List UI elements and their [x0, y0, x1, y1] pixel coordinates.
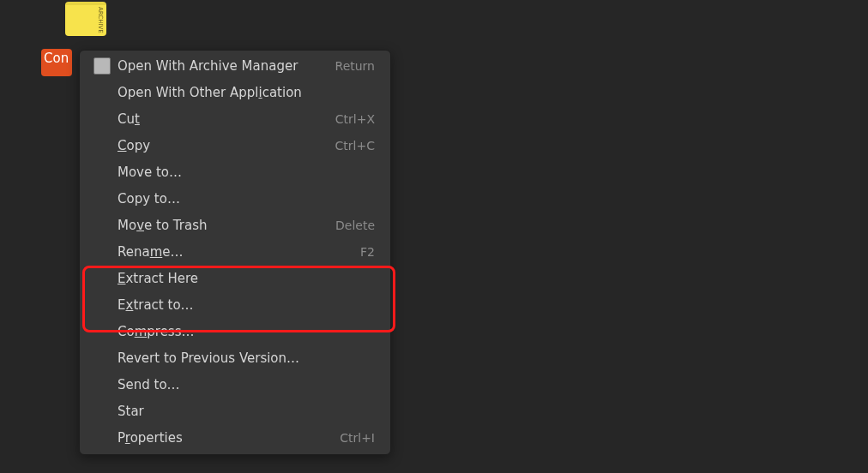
menu-move-to-trash[interactable]: Move to Trash Delete [80, 212, 390, 238]
menu-accel: Ctrl+I [340, 431, 375, 445]
menu-label: Copy to… [118, 191, 375, 207]
menu-send-to[interactable]: Send to… [80, 371, 390, 398]
archive-icon [93, 57, 111, 75]
menu-properties[interactable]: Properties Ctrl+I [80, 424, 390, 451]
menu-label: Rename… [118, 244, 360, 260]
menu-extract-to[interactable]: Extract to… [80, 291, 390, 318]
menu-label: Extract Here [118, 271, 375, 286]
menu-copy[interactable]: Copy Ctrl+C [80, 132, 390, 159]
menu-rename[interactable]: Rename… F2 [80, 238, 390, 265]
menu-label: Star [118, 404, 375, 419]
menu-label: Move to… [118, 165, 375, 180]
menu-label: Compress… [118, 324, 375, 339]
menu-accel: Ctrl+X [335, 112, 375, 126]
menu-label: Open With Other Application [118, 85, 375, 100]
app-tile-icon[interactable]: Con [41, 49, 72, 76]
menu-label: Open With Archive Manager [118, 58, 335, 74]
menu-open-with-archive-manager[interactable]: Open With Archive Manager Return [80, 52, 390, 79]
app-tile-label: Con [44, 51, 69, 66]
menu-accel: Return [335, 59, 375, 73]
menu-label: Extract to… [118, 297, 375, 313]
menu-label: Revert to Previous Version… [118, 350, 375, 366]
menu-open-with-other-application[interactable]: Open With Other Application [80, 79, 390, 105]
menu-accel: F2 [360, 245, 375, 259]
menu-copy-to[interactable]: Copy to… [80, 185, 390, 212]
menu-label: Copy [118, 138, 335, 153]
menu-compress[interactable]: Compress… [80, 318, 390, 344]
menu-revert-previous-version[interactable]: Revert to Previous Version… [80, 344, 390, 371]
menu-extract-here[interactable]: Extract Here [80, 265, 390, 291]
context-menu: Open With Archive Manager Return Open Wi… [79, 50, 391, 455]
menu-move-to[interactable]: Move to… [80, 159, 390, 185]
menu-label: Cut [118, 111, 335, 127]
menu-star[interactable]: Star [80, 398, 390, 424]
archive-file-label: ARCHIVE [97, 7, 104, 33]
menu-cut[interactable]: Cut Ctrl+X [80, 105, 390, 132]
menu-label: Properties [118, 430, 340, 446]
menu-accel: Ctrl+C [335, 139, 375, 153]
menu-label: Move to Trash [118, 218, 335, 233]
archive-file-icon[interactable]: ARCHIVE [65, 2, 106, 36]
menu-label: Send to… [118, 377, 375, 392]
menu-accel: Delete [335, 219, 375, 232]
